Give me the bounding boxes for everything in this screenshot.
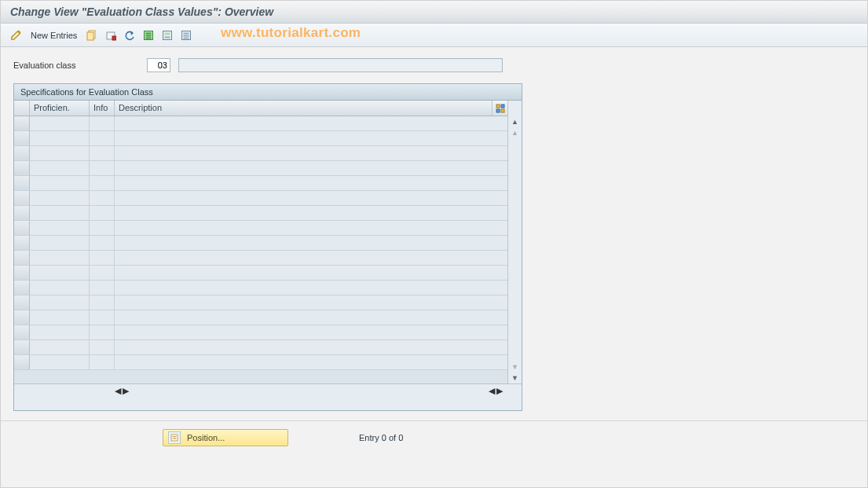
scroll-up-icon[interactable]: ▲ — [510, 116, 521, 127]
column-selector[interactable] — [14, 101, 30, 116]
cell-info[interactable] — [90, 340, 115, 354]
column-proficien[interactable]: Proficien. — [30, 101, 90, 116]
cell-description[interactable] — [115, 191, 507, 205]
row-selector[interactable] — [14, 236, 30, 250]
cell-proficien[interactable] — [30, 161, 90, 175]
new-entries-button[interactable]: New Entries — [27, 31, 80, 40]
column-info[interactable]: Info — [90, 101, 115, 116]
cell-proficien[interactable] — [30, 116, 90, 130]
cell-proficien[interactable] — [30, 146, 90, 160]
copy-icon[interactable] — [85, 28, 99, 42]
table-row[interactable] — [14, 325, 507, 340]
row-selector[interactable] — [14, 266, 30, 280]
row-selector[interactable] — [14, 355, 30, 369]
cell-description[interactable] — [115, 355, 507, 369]
table-row[interactable] — [14, 340, 507, 355]
scroll-left-icon[interactable]: ◀ — [115, 386, 121, 396]
cell-proficien[interactable] — [30, 340, 90, 354]
cell-info[interactable] — [90, 355, 115, 369]
row-selector[interactable] — [14, 176, 30, 190]
cell-info[interactable] — [90, 161, 115, 175]
cell-proficien[interactable] — [30, 236, 90, 250]
row-selector[interactable] — [14, 146, 30, 160]
table-row[interactable] — [14, 161, 507, 176]
cell-info[interactable] — [90, 206, 115, 220]
cell-proficien[interactable] — [30, 281, 90, 295]
table-row[interactable] — [14, 251, 507, 266]
cell-description[interactable] — [115, 251, 507, 265]
evaluation-class-description-input[interactable] — [178, 58, 503, 72]
cell-description[interactable] — [115, 146, 507, 160]
row-selector[interactable] — [14, 206, 30, 220]
table-row[interactable] — [14, 176, 507, 191]
cell-info[interactable] — [90, 116, 115, 130]
cell-info[interactable] — [90, 251, 115, 265]
cell-description[interactable] — [115, 161, 507, 175]
cell-info[interactable] — [90, 281, 115, 295]
cell-proficien[interactable] — [30, 206, 90, 220]
table-row[interactable] — [14, 310, 507, 325]
evaluation-class-input[interactable] — [147, 58, 170, 72]
cell-description[interactable] — [115, 325, 507, 339]
cell-info[interactable] — [90, 325, 115, 339]
cell-info[interactable] — [90, 131, 115, 145]
row-selector[interactable] — [14, 161, 30, 175]
cell-description[interactable] — [115, 116, 507, 130]
toggle-edit-icon[interactable] — [9, 28, 23, 42]
row-selector[interactable] — [14, 325, 30, 339]
cell-proficien[interactable] — [30, 191, 90, 205]
row-selector[interactable] — [14, 191, 30, 205]
table-row[interactable] — [14, 191, 507, 206]
table-row[interactable] — [14, 206, 507, 221]
cell-proficien[interactable] — [30, 221, 90, 235]
table-row[interactable] — [14, 221, 507, 236]
cell-description[interactable] — [115, 206, 507, 220]
row-selector[interactable] — [14, 116, 30, 130]
cell-info[interactable] — [90, 146, 115, 160]
table-row[interactable] — [14, 266, 507, 281]
table-row[interactable] — [14, 295, 507, 310]
row-selector[interactable] — [14, 281, 30, 295]
cell-info[interactable] — [90, 266, 115, 280]
cell-description[interactable] — [115, 236, 507, 250]
row-selector[interactable] — [14, 251, 30, 265]
table-row[interactable] — [14, 146, 507, 161]
table-row[interactable] — [14, 281, 507, 295]
cell-info[interactable] — [90, 310, 115, 325]
cell-proficien[interactable] — [30, 131, 90, 145]
scroll-down-step-icon[interactable]: ▼ — [510, 361, 521, 372]
vertical-scrollbar[interactable]: ▲ ▲ ▼ ▼ — [507, 101, 522, 383]
cell-proficien[interactable] — [30, 176, 90, 190]
position-button[interactable]: Position... — [163, 429, 288, 446]
column-description[interactable]: Description — [115, 101, 492, 116]
select-all-icon[interactable] — [141, 28, 156, 42]
select-block-icon[interactable] — [160, 28, 174, 42]
deselect-all-icon[interactable] — [179, 28, 193, 42]
cell-proficien[interactable] — [30, 295, 90, 310]
cell-proficien[interactable] — [30, 310, 90, 325]
cell-description[interactable] — [115, 176, 507, 190]
scroll-up-step-icon[interactable]: ▲ — [510, 127, 521, 138]
cell-description[interactable] — [115, 281, 507, 295]
scroll-right-icon[interactable]: ▶ — [123, 386, 129, 396]
table-row[interactable] — [14, 355, 507, 370]
cell-proficien[interactable] — [30, 355, 90, 369]
row-selector[interactable] — [14, 221, 30, 235]
cell-info[interactable] — [90, 191, 115, 205]
horizontal-scrollbar[interactable]: ◀ ▶ ◀ ▶ — [14, 383, 522, 398]
cell-description[interactable] — [115, 266, 507, 280]
scroll-right-end-icon[interactable]: ▶ — [496, 386, 503, 396]
row-selector[interactable] — [14, 295, 30, 310]
cell-description[interactable] — [115, 310, 507, 325]
cell-info[interactable] — [90, 176, 115, 190]
cell-info[interactable] — [90, 295, 115, 310]
table-row[interactable] — [14, 116, 507, 131]
table-row[interactable] — [14, 236, 507, 251]
delete-icon[interactable] — [104, 28, 118, 42]
cell-description[interactable] — [115, 295, 507, 310]
undo-icon[interactable] — [123, 28, 137, 42]
cell-proficien[interactable] — [30, 266, 90, 280]
row-selector[interactable] — [14, 340, 30, 354]
scroll-left-end-icon[interactable]: ◀ — [489, 386, 495, 396]
cell-proficien[interactable] — [30, 251, 90, 265]
